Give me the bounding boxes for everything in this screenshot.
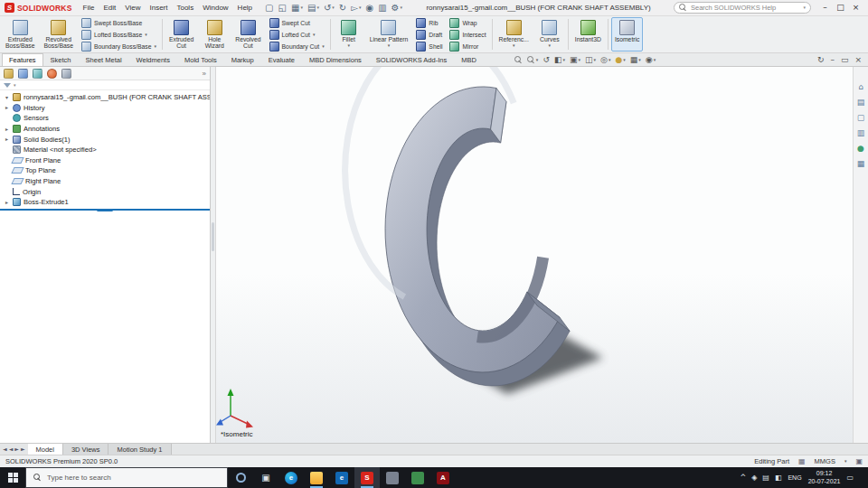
options-button[interactable]: ⚙▾ [391, 4, 403, 13]
tab-mold-tools[interactable]: Mold Tools [177, 53, 224, 66]
menu-insert[interactable]: Insert [145, 2, 172, 14]
task-view-button[interactable]: ▣ [253, 467, 278, 488]
composer-button[interactable] [405, 467, 430, 488]
status-units-selector[interactable]: MMGS [815, 457, 835, 465]
edit-appearance-button[interactable]: ●▾ [615, 56, 625, 64]
tree-item-boss-extrude1[interactable]: ▸Boss-Extrude1 [0, 197, 210, 208]
propertymanager-tab-icon[interactable] [18, 69, 28, 79]
doc-close-button[interactable]: × [854, 56, 862, 64]
new-file-button[interactable]: ▢ [264, 4, 274, 13]
swept-cut-button[interactable]: Swept Cut [269, 18, 325, 28]
display-style-button[interactable]: ◫▾ [585, 56, 596, 64]
tray-expand-icon[interactable]: ^ [740, 474, 746, 482]
lofted-cut-button[interactable]: Lofted Cut▾ [269, 30, 325, 40]
solidworks-resources-icon[interactable]: ⌂ [858, 83, 863, 91]
tree-item-solid-bodies-1[interactable]: ▸Solid Bodies(1) [0, 134, 210, 145]
solidworks-rx-button[interactable] [380, 467, 405, 488]
tab-evaluate[interactable]: Evaluate [261, 53, 302, 66]
featuremanager-tab-icon[interactable] [4, 69, 14, 79]
section-view-button[interactable]: ◧▾ [554, 56, 565, 64]
view-palette-icon[interactable]: ▥ [857, 129, 865, 137]
rebuild-button[interactable]: ◉ [364, 4, 374, 13]
edge-button[interactable]: e [278, 467, 304, 488]
draft-button[interactable]: Draft [416, 30, 442, 40]
view-orientation-button[interactable]: ▣▾ [570, 56, 580, 64]
displaymanager-tab-icon[interactable] [61, 69, 71, 79]
tab-solidworks-add-ins[interactable]: SOLIDWORKS Add-Ins [369, 53, 454, 66]
solidworks-button[interactable]: S [354, 467, 380, 488]
tree-item-front-plane[interactable]: Front Plane [0, 155, 210, 166]
help-search-box[interactable]: Search SOLIDWORKS Help ▾ [674, 2, 811, 14]
tree-item-material-not-specified[interactable]: Material <not specified> [0, 145, 210, 155]
rollback-bar[interactable] [0, 209, 210, 211]
status-tag-icon[interactable]: ▣ [855, 458, 863, 465]
select-button[interactable]: ▻▾ [350, 4, 362, 13]
hide-show-items-button[interactable]: ◎▾ [600, 56, 610, 64]
file-explorer-pane-icon[interactable]: ▢ [857, 114, 865, 122]
boundary-boss-base-button[interactable]: Boundary Boss/Base▾ [81, 42, 156, 52]
fillet-button[interactable]: Fillet▾ [334, 17, 364, 52]
tab-weldments[interactable]: Weldments [129, 53, 177, 66]
wrap-button[interactable]: Wrap [449, 18, 486, 28]
bush-part-front[interactable] [385, 87, 560, 372]
cortana-button[interactable] [228, 467, 253, 488]
tree-item-sensors[interactable]: Sensors [0, 113, 210, 124]
custom-properties-icon[interactable]: ▦ [857, 160, 865, 168]
apply-scene-button[interactable]: ▦▾ [630, 56, 641, 64]
window-close-button[interactable]: × [848, 2, 863, 14]
shell-button[interactable]: Shell [416, 42, 442, 52]
revolved-boss-base-button[interactable]: RevolvedBoss/Base [41, 17, 78, 52]
filter-funnel-icon[interactable] [4, 83, 11, 88]
chevron-down-icon[interactable]: ▾ [844, 459, 847, 464]
acrobat-reader-button[interactable]: A [430, 467, 456, 488]
doc-minimize-button[interactable]: – [830, 56, 835, 64]
window-maximize-button[interactable]: □ [833, 2, 848, 14]
menu-tools[interactable]: Tools [172, 2, 198, 14]
tree-item-right-plane[interactable]: Right Plane [0, 176, 210, 187]
tab-mbd-dimensions[interactable]: MBD Dimensions [302, 53, 369, 66]
undo-button[interactable]: ↺▾ [323, 4, 335, 13]
zoom-area-button[interactable]: ▾ [527, 56, 539, 64]
menu-edit[interactable]: Edit [99, 2, 120, 14]
menu-help[interactable]: Help [233, 2, 257, 14]
reference-geometry-button[interactable]: Referenc...▾ [495, 17, 533, 52]
doc-refresh-button[interactable]: ↻ [817, 56, 825, 64]
rib-button[interactable]: Rib [416, 18, 442, 28]
instant3d-button[interactable]: Instant3D [571, 17, 605, 52]
doc-tab-nav-3[interactable]: ► [21, 446, 25, 452]
previous-view-button[interactable]: ↺ [542, 56, 550, 64]
isometric-button[interactable]: Isometric [611, 17, 644, 52]
dimxpertmanager-tab-icon[interactable] [47, 69, 57, 79]
language-indicator[interactable]: ENG [788, 474, 801, 481]
mirror-button[interactable]: Mirror [449, 42, 486, 52]
graphics-area[interactable]: *Isometric ⌂▤▢▥●▦ [216, 67, 868, 443]
doc-tab-nav-0[interactable]: ◄ [3, 446, 7, 452]
tab-markup[interactable]: Markup [224, 53, 261, 66]
file-properties-button[interactable]: ▥ [377, 4, 387, 13]
open-file-button[interactable]: ◱ [278, 4, 288, 13]
file-explorer-button[interactable] [304, 467, 329, 488]
edrawings-button[interactable]: e [329, 467, 354, 488]
doc-restore-button[interactable]: ▭ [841, 56, 849, 64]
print-button[interactable]: ▤▾ [307, 4, 320, 13]
linear-pattern-button[interactable]: Linear Pattern▾ [366, 17, 412, 52]
menu-file[interactable]: File [79, 2, 99, 14]
view-settings-button[interactable]: ◉▾ [646, 56, 656, 64]
doc-tab-nav-1[interactable]: ◄ [9, 446, 14, 452]
intersect-button[interactable]: Intersect [449, 30, 486, 40]
configurationmanager-tab-icon[interactable] [33, 69, 42, 79]
hole-wizard-button[interactable]: HoleWizard [199, 17, 230, 52]
volume-icon[interactable]: ◧ [775, 474, 782, 482]
design-library-icon[interactable]: ▤ [857, 99, 865, 107]
tab-sheet-metal[interactable]: Sheet Metal [79, 53, 129, 66]
redo-button[interactable]: ↻ [338, 4, 347, 13]
lofted-boss-base-button[interactable]: Lofted Boss/Base▾ [81, 30, 156, 40]
tree-item-history[interactable]: ▸History [0, 103, 210, 114]
doc-tab-nav-2[interactable]: ► [14, 446, 19, 452]
network-icon[interactable]: ▤ [762, 474, 769, 482]
tree-filter-row[interactable]: ▾ [0, 80, 210, 90]
zoom-fit-button[interactable] [514, 56, 523, 64]
tree-item-origin[interactable]: Origin [0, 186, 210, 197]
window-minimize-button[interactable]: – [817, 2, 833, 14]
boundary-cut-button[interactable]: Boundary Cut▾ [269, 42, 325, 52]
